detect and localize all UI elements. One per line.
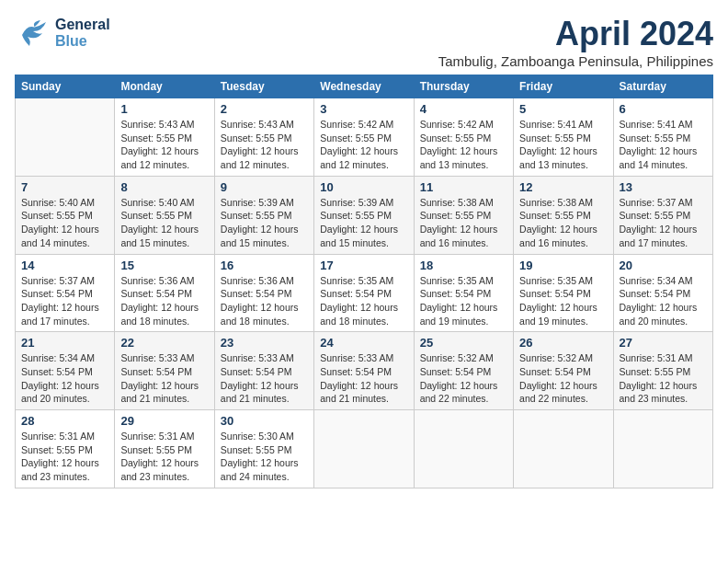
day-number: 14 xyxy=(21,259,108,272)
day-number: 2 xyxy=(221,102,308,116)
day-number: 20 xyxy=(620,259,707,272)
day-info: Sunrise: 5:33 AM Sunset: 5:54 PM Dayligh… xyxy=(320,351,407,406)
day-number: 30 xyxy=(221,414,308,428)
calendar-day: 8Sunrise: 5:40 AM Sunset: 5:55 PM Daylig… xyxy=(115,176,214,254)
calendar-day: 15Sunrise: 5:36 AM Sunset: 5:54 PM Dayli… xyxy=(115,254,214,332)
logo-blue-text: Blue xyxy=(55,33,110,50)
day-info: Sunrise: 5:42 AM Sunset: 5:55 PM Dayligh… xyxy=(320,118,407,172)
calendar-day: 9Sunrise: 5:39 AM Sunset: 5:55 PM Daylig… xyxy=(214,176,313,254)
day-info: Sunrise: 5:36 AM Sunset: 5:54 PM Dayligh… xyxy=(120,274,208,328)
calendar-day: 26Sunrise: 5:32 AM Sunset: 5:54 PM Dayli… xyxy=(514,332,613,410)
day-number: 28 xyxy=(21,414,108,428)
day-info: Sunrise: 5:38 AM Sunset: 5:55 PM Dayligh… xyxy=(519,196,607,250)
day-number: 1 xyxy=(120,102,208,116)
day-number: 9 xyxy=(221,180,308,194)
day-number: 8 xyxy=(120,180,208,194)
location-subtitle: Tambulig, Zamboanga Peninsula, Philippin… xyxy=(438,53,713,69)
title-area: April 2024 Tambulig, Zamboanga Peninsula… xyxy=(438,15,713,69)
day-info: Sunrise: 5:43 AM Sunset: 5:55 PM Dayligh… xyxy=(221,118,308,172)
calendar-day xyxy=(314,410,414,488)
day-info: Sunrise: 5:35 AM Sunset: 5:54 PM Dayligh… xyxy=(320,274,407,328)
day-number: 29 xyxy=(120,414,208,428)
calendar-day: 12Sunrise: 5:38 AM Sunset: 5:55 PM Dayli… xyxy=(514,176,613,254)
calendar-day: 18Sunrise: 5:35 AM Sunset: 5:54 PM Dayli… xyxy=(414,254,513,332)
day-header-tuesday: Tuesday xyxy=(214,75,313,98)
day-number: 23 xyxy=(221,336,308,350)
calendar-day: 28Sunrise: 5:31 AM Sunset: 5:55 PM Dayli… xyxy=(16,410,115,488)
day-number: 11 xyxy=(420,180,507,194)
calendar-day: 13Sunrise: 5:37 AM Sunset: 5:55 PM Dayli… xyxy=(613,176,712,254)
logo-icon xyxy=(15,15,51,52)
day-number: 24 xyxy=(320,336,407,350)
day-number: 10 xyxy=(320,180,407,194)
calendar-week-1: 1Sunrise: 5:43 AM Sunset: 5:55 PM Daylig… xyxy=(16,98,713,177)
calendar-day: 7Sunrise: 5:40 AM Sunset: 5:55 PM Daylig… xyxy=(16,176,115,254)
day-info: Sunrise: 5:39 AM Sunset: 5:55 PM Dayligh… xyxy=(221,196,308,250)
calendar-day: 24Sunrise: 5:33 AM Sunset: 5:54 PM Dayli… xyxy=(314,332,414,410)
day-info: Sunrise: 5:37 AM Sunset: 5:55 PM Dayligh… xyxy=(620,196,707,250)
calendar-day: 29Sunrise: 5:31 AM Sunset: 5:55 PM Dayli… xyxy=(115,410,214,488)
day-info: Sunrise: 5:38 AM Sunset: 5:55 PM Dayligh… xyxy=(420,196,507,250)
day-number: 6 xyxy=(620,102,707,116)
calendar-day: 5Sunrise: 5:41 AM Sunset: 5:55 PM Daylig… xyxy=(514,98,613,177)
day-info: Sunrise: 5:43 AM Sunset: 5:55 PM Dayligh… xyxy=(120,118,208,172)
day-info: Sunrise: 5:31 AM Sunset: 5:55 PM Dayligh… xyxy=(620,351,707,406)
day-number: 26 xyxy=(519,336,607,350)
day-info: Sunrise: 5:37 AM Sunset: 5:54 PM Dayligh… xyxy=(21,274,108,328)
day-info: Sunrise: 5:42 AM Sunset: 5:55 PM Dayligh… xyxy=(420,118,507,172)
day-info: Sunrise: 5:39 AM Sunset: 5:55 PM Dayligh… xyxy=(320,196,407,250)
calendar-day: 22Sunrise: 5:33 AM Sunset: 5:54 PM Dayli… xyxy=(115,332,214,410)
day-info: Sunrise: 5:41 AM Sunset: 5:55 PM Dayligh… xyxy=(519,118,607,172)
logo: General Blue xyxy=(15,15,110,52)
day-info: Sunrise: 5:41 AM Sunset: 5:55 PM Dayligh… xyxy=(620,118,707,172)
calendar-day xyxy=(414,410,513,488)
day-info: Sunrise: 5:30 AM Sunset: 5:55 PM Dayligh… xyxy=(221,430,308,484)
calendar-day: 27Sunrise: 5:31 AM Sunset: 5:55 PM Dayli… xyxy=(613,332,712,410)
day-info: Sunrise: 5:36 AM Sunset: 5:54 PM Dayligh… xyxy=(221,274,308,328)
calendar-week-2: 7Sunrise: 5:40 AM Sunset: 5:55 PM Daylig… xyxy=(16,176,713,254)
page-header: General Blue April 2024 Tambulig, Zamboa… xyxy=(15,15,713,69)
calendar-day xyxy=(16,98,115,177)
day-info: Sunrise: 5:32 AM Sunset: 5:54 PM Dayligh… xyxy=(519,351,607,406)
day-header-wednesday: Wednesday xyxy=(314,75,414,98)
day-number: 4 xyxy=(420,102,507,116)
days-header-row: SundayMondayTuesdayWednesdayThursdayFrid… xyxy=(16,75,713,98)
day-number: 16 xyxy=(221,259,308,272)
day-header-friday: Friday xyxy=(514,75,613,98)
calendar-day: 21Sunrise: 5:34 AM Sunset: 5:54 PM Dayli… xyxy=(16,332,115,410)
day-number: 27 xyxy=(620,336,707,350)
day-number: 18 xyxy=(420,259,507,272)
day-header-thursday: Thursday xyxy=(414,75,513,98)
calendar-table: SundayMondayTuesdayWednesdayThursdayFrid… xyxy=(15,75,713,488)
month-title: April 2024 xyxy=(438,15,713,53)
calendar-day: 25Sunrise: 5:32 AM Sunset: 5:54 PM Dayli… xyxy=(414,332,513,410)
logo-general-text: General xyxy=(55,17,110,33)
day-info: Sunrise: 5:31 AM Sunset: 5:55 PM Dayligh… xyxy=(120,430,208,484)
day-number: 22 xyxy=(120,336,208,350)
day-number: 3 xyxy=(320,102,407,116)
day-info: Sunrise: 5:40 AM Sunset: 5:55 PM Dayligh… xyxy=(120,196,208,250)
day-number: 25 xyxy=(420,336,507,350)
logo-words: General Blue xyxy=(55,17,110,50)
day-number: 17 xyxy=(320,259,407,272)
calendar-day: 1Sunrise: 5:43 AM Sunset: 5:55 PM Daylig… xyxy=(115,98,214,177)
calendar-week-4: 21Sunrise: 5:34 AM Sunset: 5:54 PM Dayli… xyxy=(16,332,713,410)
calendar-day: 11Sunrise: 5:38 AM Sunset: 5:55 PM Dayli… xyxy=(414,176,513,254)
calendar-day xyxy=(613,410,712,488)
calendar-day: 23Sunrise: 5:33 AM Sunset: 5:54 PM Dayli… xyxy=(214,332,313,410)
day-info: Sunrise: 5:31 AM Sunset: 5:55 PM Dayligh… xyxy=(21,430,108,484)
day-info: Sunrise: 5:35 AM Sunset: 5:54 PM Dayligh… xyxy=(420,274,507,328)
calendar-day: 17Sunrise: 5:35 AM Sunset: 5:54 PM Dayli… xyxy=(314,254,414,332)
day-info: Sunrise: 5:34 AM Sunset: 5:54 PM Dayligh… xyxy=(21,351,108,406)
day-header-monday: Monday xyxy=(115,75,214,98)
calendar-day xyxy=(514,410,613,488)
day-number: 12 xyxy=(519,180,607,194)
day-info: Sunrise: 5:34 AM Sunset: 5:54 PM Dayligh… xyxy=(620,274,707,328)
day-header-saturday: Saturday xyxy=(613,75,712,98)
calendar-day: 4Sunrise: 5:42 AM Sunset: 5:55 PM Daylig… xyxy=(414,98,513,177)
calendar-week-5: 28Sunrise: 5:31 AM Sunset: 5:55 PM Dayli… xyxy=(16,410,713,488)
day-info: Sunrise: 5:33 AM Sunset: 5:54 PM Dayligh… xyxy=(120,351,208,406)
calendar-day: 14Sunrise: 5:37 AM Sunset: 5:54 PM Dayli… xyxy=(16,254,115,332)
day-info: Sunrise: 5:33 AM Sunset: 5:54 PM Dayligh… xyxy=(221,351,308,406)
day-header-sunday: Sunday xyxy=(16,75,115,98)
